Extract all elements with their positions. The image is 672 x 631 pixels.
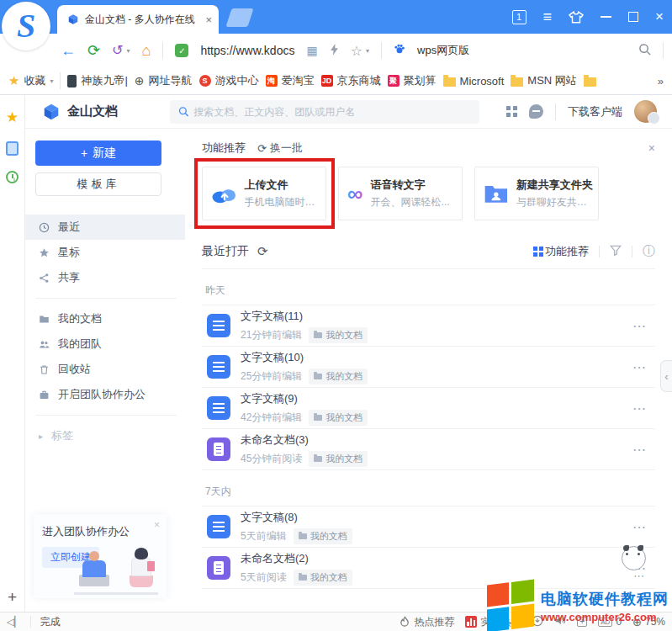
feature-reco-toggle[interactable]: 功能推荐 — [533, 244, 589, 259]
file-row[interactable]: 未命名文档(3) 45分钟前阅读我的文档 ⋯ — [202, 429, 655, 470]
close-icon[interactable]: × — [154, 519, 160, 531]
bookmark-folder[interactable] — [584, 76, 596, 87]
location-chip[interactable]: 我的文档 — [294, 570, 352, 586]
doc-icon — [207, 396, 230, 420]
message-icon[interactable] — [529, 104, 543, 119]
undo-dropdown-icon[interactable]: ▾ — [127, 47, 130, 55]
side-panel-handle[interactable]: ‹ — [660, 360, 672, 392]
bookmarks-overflow-icon[interactable]: » — [658, 75, 664, 87]
new-document-button[interactable]: +新建 — [35, 141, 161, 166]
location-chip[interactable]: 我的文档 — [309, 327, 368, 343]
hot-recommend-button[interactable]: 热点推荐 — [399, 615, 454, 629]
menu-icon[interactable]: ≡ — [543, 8, 553, 26]
home-icon[interactable]: ⌂ — [142, 43, 151, 58]
minimize-button[interactable] — [601, 16, 611, 18]
sidebar-item-tags[interactable]: ▸ 标签 — [25, 423, 185, 448]
location-chip[interactable]: 我的文档 — [309, 451, 368, 467]
search-icon[interactable] — [638, 43, 651, 59]
sidebar-item-recycle-bin[interactable]: 回收站 — [25, 357, 185, 382]
more-actions-button[interactable]: ⋯ — [632, 400, 652, 416]
feature-card-upload[interactable]: 上传文件 手机电脑随时查看 — [202, 167, 326, 220]
location-chip[interactable]: 我的文档 — [309, 410, 368, 426]
favorite-dropdown-icon[interactable]: ▾ — [366, 47, 369, 55]
mascot-more-icon[interactable]: ⋯ — [633, 570, 644, 582]
sidebar-item-starred[interactable]: 星标 — [25, 240, 185, 265]
bookmark-favorites[interactable]: ★收藏▾ — [8, 73, 53, 88]
new-tab-button[interactable] — [225, 8, 253, 27]
feature-card-shared-folder[interactable]: 新建共享文件夹 与群聊好友共享... — [474, 167, 599, 220]
close-button[interactable]: × — [655, 8, 664, 25]
skin-icon[interactable] — [569, 11, 584, 24]
reload-icon[interactable]: ⟳ — [87, 43, 100, 58]
sidebar-item-team-office[interactable]: 开启团队协作办公 — [25, 382, 185, 407]
user-avatar[interactable] — [634, 100, 657, 123]
file-row[interactable]: 文字文稿(9) 42分钟前编辑我的文档 ⋯ — [202, 388, 655, 429]
kdocs-brand[interactable]: 金山文档 — [42, 103, 118, 121]
sidebar-item-my-documents[interactable]: 我的文档 — [25, 306, 185, 331]
watermark-site-url: www.computer26.com — [541, 611, 669, 623]
qr-code-icon[interactable]: ▦ — [306, 44, 317, 57]
more-actions-button[interactable]: ⋯ — [632, 359, 652, 375]
close-features-icon[interactable]: × — [648, 141, 655, 155]
filter-icon[interactable] — [610, 245, 622, 258]
info-icon[interactable]: ⓘ — [643, 243, 655, 259]
tab-title: 金山文档 - 多人协作在线 — [85, 13, 195, 27]
location-chip[interactable]: 我的文档 — [309, 369, 368, 384]
history-panel-icon[interactable] — [6, 171, 19, 183]
speed-mode-badge[interactable]: 1 — [512, 10, 526, 24]
add-panel-icon[interactable]: + — [8, 588, 17, 607]
browser-tab[interactable]: 金山文档 - 多人协作在线 × — [57, 5, 219, 34]
group-label: 7天内 — [205, 485, 655, 499]
address-url[interactable]: https://www.kdocs — [200, 44, 294, 57]
mascot-widget[interactable] — [622, 546, 646, 570]
more-actions-button[interactable]: ⋯ — [632, 519, 652, 535]
refresh-icon[interactable]: ⟳ — [257, 244, 268, 259]
more-actions-button[interactable]: ⋯ — [632, 318, 652, 334]
speed-icon[interactable] — [330, 44, 339, 58]
bookmark-item[interactable]: ⊕网址导航 — [135, 73, 193, 88]
folder-icon — [443, 77, 456, 87]
location-chip[interactable]: 我的文档 — [294, 528, 352, 544]
divider — [663, 42, 664, 59]
juhuasuan-icon: 聚 — [388, 75, 399, 87]
feature-card-voice-to-text[interactable]: ∞ 语音转文字 开会、网课轻松... — [338, 167, 463, 220]
globe-icon: ⊕ — [135, 74, 145, 87]
back-icon[interactable]: ← — [61, 43, 76, 58]
file-title: 文字文稿(8) — [241, 510, 352, 525]
bookmark-item[interactable]: 淘爱淘宝 — [266, 73, 315, 88]
watermark: 电脑软硬件教程网 www.computer26.com — [487, 582, 669, 629]
bookmark-folder[interactable]: MSN 网站 — [511, 73, 577, 88]
site-search[interactable] — [170, 100, 479, 124]
bookmark-item[interactable]: 神族九帝| — [67, 73, 127, 88]
divider — [162, 42, 163, 59]
file-row[interactable]: 文字文稿(11) 21分钟前编辑我的文档 ⋯ — [202, 305, 655, 347]
app-grid-icon[interactable] — [506, 106, 511, 110]
favorite-star-icon[interactable]: ☆ — [351, 43, 362, 59]
team-promo-card: 进入团队协作办公 立即创建 × — [34, 514, 167, 598]
sidebar-item-recent[interactable]: 最近 — [25, 215, 185, 240]
bookmark-folder[interactable]: Microsoft — [443, 75, 505, 87]
file-row[interactable]: 文字文稿(10) 25分钟前编辑我的文档 ⋯ — [202, 347, 655, 388]
favorites-panel-icon[interactable]: ★ — [6, 109, 19, 126]
reading-panel-icon[interactable] — [6, 141, 19, 156]
file-row[interactable]: 文字文稿(8) 5天前编辑我的文档 ⋯ — [202, 506, 655, 548]
bookmark-item[interactable]: S游戏中心 — [199, 73, 259, 88]
search-input[interactable] — [193, 106, 471, 118]
browser-search-query[interactable]: wps网页版 — [417, 43, 469, 58]
security-shield-icon[interactable]: ✓ — [175, 44, 188, 57]
bookmark-item[interactable]: JD京东商城 — [321, 73, 381, 88]
undo-icon[interactable]: ↺ — [112, 44, 123, 57]
file-time: 21分钟前编辑 — [241, 328, 302, 342]
divider — [202, 268, 655, 269]
more-actions-button[interactable]: ⋯ — [632, 442, 652, 458]
sidebar-item-my-team[interactable]: 我的团队 — [25, 331, 185, 357]
bookmark-item[interactable]: 聚聚划算 — [388, 73, 437, 88]
tab-close-icon[interactable]: × — [205, 13, 212, 26]
template-library-button[interactable]: 模板库 — [35, 172, 161, 196]
briefcase-icon — [39, 390, 50, 400]
sidebar-toggle-icon[interactable]: ◁▏ — [7, 616, 22, 628]
download-client-link[interactable]: 下载客户端 — [568, 104, 622, 119]
maximize-button[interactable] — [628, 12, 638, 22]
shuffle-features-button[interactable]: ⟳换一批 — [257, 141, 303, 156]
sidebar-item-shared[interactable]: 共享 — [25, 265, 185, 290]
